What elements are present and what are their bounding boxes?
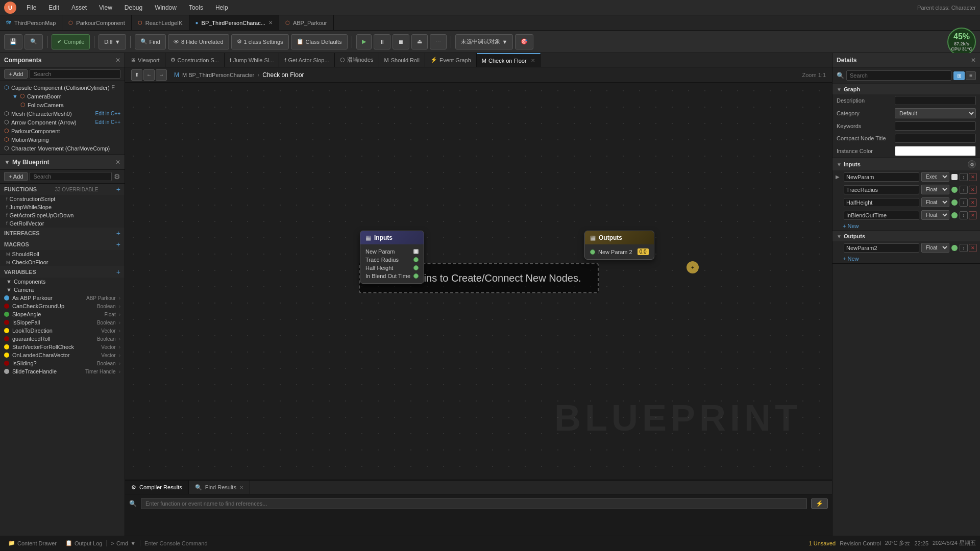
- menu-view[interactable]: View: [97, 3, 114, 12]
- io-arr-newparam[interactable]: ↕: [960, 173, 968, 181]
- comp-capsule[interactable]: ⬡ Capsule Component (CollisionCylinder) …: [0, 83, 125, 92]
- interfaces-section-header[interactable]: INTERFACES +: [0, 228, 125, 239]
- graph-tab-construction[interactable]: ⚙ Construction S...: [165, 53, 225, 67]
- browse-button[interactable]: 🔍: [24, 34, 43, 49]
- graph-tab-checkonfloor[interactable]: M Check on Floor ✕: [477, 53, 541, 67]
- tab-bp-thirdperson[interactable]: ● BP_ThirdPersonCharac... ✕: [189, 15, 279, 30]
- console-input[interactable]: [140, 540, 808, 546]
- io-type-traceradius[interactable]: Float: [921, 185, 949, 194]
- instance-color-picker[interactable]: [895, 146, 976, 156]
- var-looktodirection[interactable]: LookToDirection Vector ›: [0, 327, 125, 335]
- menu-debug[interactable]: Debug: [122, 3, 144, 12]
- debug-extra[interactable]: 🎯: [515, 34, 533, 49]
- graph-canvas[interactable]: Drag Off Pins to Create/Connect New Node…: [125, 83, 832, 480]
- debug-options[interactable]: ⋯: [430, 34, 447, 49]
- io-arr-halfheight[interactable]: ↕: [960, 198, 968, 207]
- hide-unrelated-button[interactable]: 👁 8 Hide Unrelated: [168, 34, 229, 49]
- add-bp-button[interactable]: + Add: [4, 172, 28, 181]
- bottom-tab-compiler[interactable]: ⚙ Compiler Results: [125, 481, 189, 494]
- io-arr-newparam2[interactable]: ↕: [960, 244, 968, 252]
- view-list-btn[interactable]: ≡: [966, 71, 976, 80]
- blueprint-search-input[interactable]: [30, 172, 112, 181]
- menu-file[interactable]: File: [24, 3, 38, 12]
- node-inputs[interactable]: ▦ Inputs New Param Trace Radius Half Hei…: [360, 231, 424, 284]
- io-name-newparam2[interactable]: [844, 243, 919, 253]
- vargroup-camera[interactable]: ▼Camera: [0, 286, 125, 294]
- find-button[interactable]: 🔍 Find: [135, 34, 166, 49]
- fn-getrollvector[interactable]: fGetRollVector: [0, 219, 125, 228]
- fn-constructionscript[interactable]: fConstructionScript: [0, 195, 125, 203]
- io-type-newparam[interactable]: Exec: [921, 172, 949, 182]
- components-search-input[interactable]: [30, 69, 120, 79]
- cmd-btn[interactable]: > Cmd ▼: [107, 540, 140, 546]
- inputs-section-header[interactable]: ▼ Inputs ⚙: [832, 158, 980, 170]
- io-del-inblend[interactable]: ✕: [969, 211, 977, 219]
- graph-tab-jumpwhile[interactable]: f Jump While Sl...: [225, 53, 280, 67]
- menu-tools[interactable]: Tools: [187, 3, 205, 12]
- inputs-settings-btn[interactable]: ⚙: [968, 160, 976, 168]
- comp-mesh[interactable]: ⬡ Mesh (CharacterMesh0) Edit in C++: [0, 109, 125, 118]
- close-find-tab[interactable]: ✕: [239, 485, 243, 490]
- find-action-btn[interactable]: ⚡: [811, 498, 828, 509]
- var-slopeangle[interactable]: SlopeAngle Float ›: [0, 310, 125, 318]
- compile-button[interactable]: ✔ Compile: [52, 34, 90, 49]
- graph-tab-viewport[interactable]: 🖥 Viewport: [125, 53, 165, 67]
- details-search-input[interactable]: [846, 70, 951, 81]
- pause-button[interactable]: ⏸: [374, 34, 390, 49]
- edit-arrow-btn[interactable]: Edit in C++: [95, 119, 120, 125]
- menu-asset[interactable]: Asset: [69, 3, 89, 12]
- components-close[interactable]: ✕: [115, 57, 120, 64]
- debug-target[interactable]: 未选中调试对象 ▼: [455, 34, 513, 49]
- io-name-halfheight[interactable]: [844, 198, 919, 207]
- add-output-btn[interactable]: + New: [843, 256, 859, 262]
- fn-getactorslope[interactable]: fGetActorSlopeUpOrDown: [0, 211, 125, 219]
- nav-back-btn[interactable]: ←: [143, 69, 155, 81]
- tab-reachledgeik[interactable]: ⬡ ReachLedgeIK: [132, 15, 189, 30]
- nav-forward-btn[interactable]: →: [156, 69, 167, 81]
- tab-close-bp[interactable]: ✕: [268, 20, 273, 26]
- graph-tab-event[interactable]: ⚡ Event Graph: [425, 53, 477, 67]
- outputs-section-header[interactable]: ▼ Outputs: [832, 231, 980, 241]
- var-onlandedchara[interactable]: OnLandedCharaVector Vector ›: [0, 351, 125, 359]
- menu-window[interactable]: Window: [153, 3, 179, 12]
- var-isslopefall[interactable]: IsSlopeFall Boolean ›: [0, 318, 125, 327]
- graph-tab-sliding[interactable]: ⬡ 滑墙nodes: [335, 53, 379, 67]
- node-outputs[interactable]: ▦ Outputs New Param 2 0.0: [584, 231, 654, 260]
- stop-button[interactable]: ⏹: [393, 34, 409, 49]
- variables-section-header[interactable]: VARIABLES +: [0, 266, 125, 278]
- add-component-button[interactable]: + Add: [4, 69, 28, 79]
- io-name-traceradius[interactable]: [844, 185, 919, 194]
- fn-jumpwhileslope[interactable]: fJumpWhileSlope: [0, 203, 125, 211]
- functions-section-header[interactable]: FUNCTIONS 33 OVERRIDABLE +: [0, 184, 125, 195]
- description-input[interactable]: [895, 96, 976, 105]
- expand-newparam[interactable]: ▶: [836, 174, 842, 180]
- var-startvector[interactable]: StartVectorForRollCheck Vector ›: [0, 343, 125, 351]
- graph-tab-getactor[interactable]: f Get Actor Slop...: [279, 53, 334, 67]
- pin-new-param[interactable]: New Param: [365, 247, 419, 256]
- nav-parent-btn[interactable]: ⬆: [131, 69, 142, 81]
- comp-cameraboom[interactable]: ▼ ⬡ CameraBoom: [0, 92, 125, 101]
- io-arr-inblend[interactable]: ↕: [960, 211, 968, 219]
- tab-parkourcomponent[interactable]: ⬡ ParkourComponent: [62, 15, 131, 30]
- tab-thirdpersonmap[interactable]: 🗺 ThirdPersonMap: [0, 15, 62, 30]
- blueprint-close[interactable]: ✕: [115, 159, 120, 166]
- tab-abp-parkour[interactable]: ⬡ ABP_Parkour: [279, 15, 334, 30]
- add-interface-button[interactable]: +: [116, 229, 120, 237]
- output-log-btn[interactable]: 📋 Output Log: [61, 540, 107, 546]
- menu-help[interactable]: Help: [213, 3, 230, 12]
- io-type-newparam2[interactable]: Float: [921, 243, 949, 253]
- var-slidetracehandle[interactable]: SlideTraceHandle Timer Handle ›: [0, 367, 125, 375]
- comp-motionwarping[interactable]: ⬡ MotionWarping: [0, 135, 125, 144]
- bc-root[interactable]: M BP_ThirdPersonCharacter: [182, 72, 254, 78]
- compact-node-input[interactable]: [895, 134, 976, 143]
- io-del-halfheight[interactable]: ✕: [969, 198, 977, 207]
- console-command-input[interactable]: [144, 540, 247, 546]
- var-abp-parkour[interactable]: As ABP Parkour ABP Parkour ›: [0, 294, 125, 302]
- add-function-button[interactable]: +: [116, 185, 120, 193]
- add-macro-button[interactable]: +: [116, 240, 120, 248]
- eject-button[interactable]: ⏏: [411, 34, 428, 49]
- find-input[interactable]: [141, 498, 807, 509]
- io-type-halfheight[interactable]: Float: [921, 197, 949, 207]
- comp-parkour[interactable]: ⬡ ParkourComponent: [0, 127, 125, 135]
- edit-mesh-btn[interactable]: Edit in C++: [95, 111, 120, 116]
